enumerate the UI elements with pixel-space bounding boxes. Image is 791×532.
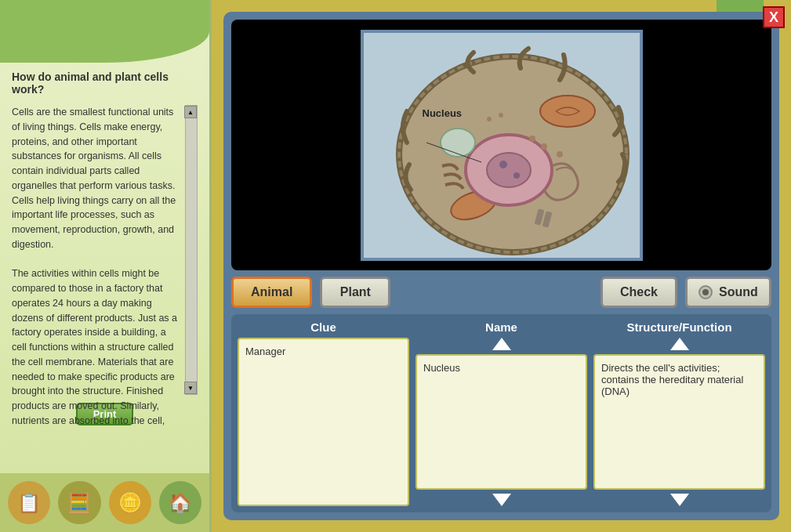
clue-column: Clue Manager [238,320,409,506]
animal-button[interactable]: Animal [231,277,312,308]
body-text: Cells are the smallest functional units … [12,105,198,429]
clipboard-icon[interactable]: 📋 [8,481,50,524]
sound-radio [698,285,713,299]
clue-field[interactable]: Manager [238,338,409,506]
svg-point-13 [487,117,492,121]
structure-arrow-down[interactable] [670,494,689,506]
controls-row: Animal Plant Check Sound [231,277,771,308]
structure-column: Structure/Function Directs the cell's ac… [593,320,765,506]
sound-label: Sound [719,285,758,299]
sound-radio-inner [702,289,709,295]
data-section: Clue Manager Name Nucleus Structure/Func… [231,314,771,512]
structure-header: Structure/Function [626,320,731,334]
home-icon[interactable]: 🏠 [159,481,201,524]
nucleus-label: Nucleus [423,107,463,119]
sound-button[interactable]: Sound [685,277,771,308]
name-arrow-up[interactable] [492,338,511,350]
svg-point-8 [513,172,520,179]
svg-point-9 [441,128,475,157]
left-panel: How do animal and plant cells work? Cell… [0,0,212,532]
left-panel-top [0,0,209,63]
body-paragraph-1: Cells are the smallest functional units … [12,105,182,252]
left-content: How do animal and plant cells work? Cell… [0,63,209,473]
svg-point-6 [487,153,531,187]
body-paragraph-2: The activities within cells might be com… [12,266,182,428]
question-title: How do animal and plant cells work? [12,71,198,96]
scroll-down-button[interactable]: ▼ [184,382,197,394]
name-arrow-down[interactable] [492,494,511,506]
structure-arrow-up[interactable] [670,338,689,350]
svg-point-14 [499,113,503,118]
cell-image-frame: Nucleus [361,30,643,261]
plant-button[interactable]: Plant [320,277,390,308]
scrollbar-track[interactable]: ▲ ▼ [185,105,198,395]
svg-point-10 [541,143,547,150]
name-header: Name [485,320,517,334]
close-button[interactable]: X [763,6,785,28]
scroll-up-button[interactable]: ▲ [184,106,197,118]
cell-image-area: Nucleus [231,20,771,270]
check-button[interactable]: Check [601,277,677,308]
cell-svg [364,33,643,261]
bottom-icons-bar: 📋 🧮 🪙 🏠 [0,473,209,532]
text-area-container: Cells are the smallest functional units … [12,105,198,395]
coins-icon[interactable]: 🪙 [109,481,151,524]
clue-header: Clue [310,320,336,334]
name-field[interactable]: Nucleus [415,354,587,490]
name-column: Name Nucleus [415,320,587,506]
svg-point-11 [529,136,535,142]
svg-point-12 [557,151,563,157]
calculator-icon[interactable]: 🧮 [58,481,100,524]
svg-point-3 [540,96,595,127]
structure-field[interactable]: Directs the cell's activities; contains … [593,354,765,490]
main-panel: Nucleus Animal Plant Check Sound Clue Ma… [223,12,779,520]
svg-point-7 [499,161,507,168]
